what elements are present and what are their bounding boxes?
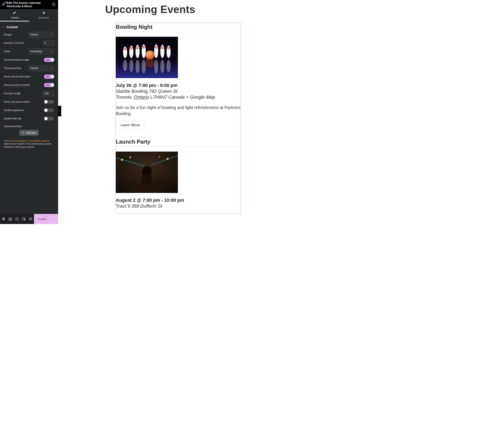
event-title[interactable]: Bowling Night [116,23,241,32]
hamburger-menu-button[interactable] [2,2,6,7]
apps-grid-button[interactable] [51,2,56,7]
venue-name: Starlite Bowling [116,88,148,94]
event-venue: Starlite Bowling 782 Queen St [116,88,241,94]
design-select[interactable]: Default [28,32,54,38]
filter-label: Enable filter bar [4,117,21,120]
publish-button[interactable]: Publish [34,214,58,224]
country: Canada [168,95,185,100]
event-card: Bowling Night [116,23,241,131]
documentation-link[interactable]: View documentation on available options [4,139,49,142]
number-events-label: Number of Events [4,41,24,45]
layers-button[interactable] [7,214,13,224]
postal: L7H9N7 [150,95,167,100]
controls-list: Design Default Number of Events Order As… [0,30,58,149]
number-events-input[interactable] [43,40,54,46]
sidebar-footer: Publish [0,214,58,224]
chevron-up-icon [52,217,54,221]
caret-down-icon [50,33,53,37]
pagination-toggle[interactable]: No [44,108,54,112]
city: Toronto [116,95,131,100]
tab-advanced[interactable]: Advanced [29,9,58,21]
section-content-header[interactable]: Content [0,22,58,30]
event-date: August 2 @ 7:00 pm - 10:00 pm [116,198,241,203]
order-select[interactable]: Ascending [28,48,54,54]
section-title: Content [7,25,18,29]
advanced-other-label: Advanced/Other [4,123,54,129]
filter-toggle[interactable]: No [44,117,54,121]
svg-rect-27 [142,48,145,48]
preview-button[interactable] [27,214,34,224]
svg-point-7 [54,4,54,5]
sidebar: Edit The Events Calendar Shortcode & Blo… [0,0,58,224]
caret-down-icon [4,25,6,29]
exlen-input[interactable] [43,90,54,96]
svg-point-11 [55,5,55,6]
order-label: Order [4,50,10,53]
settings-button[interactable] [0,214,7,224]
svg-rect-17 [124,48,126,48]
svg-point-56 [167,180,173,186]
event-date: July 26 @ 7:00 pm - 9:00 pm [116,83,241,88]
svg-point-39 [129,60,133,72]
svg-rect-29 [155,46,157,47]
learn-more-button[interactable]: Learn More [116,120,145,130]
event-title[interactable]: Launch Party [116,138,241,147]
selected-widget[interactable]: Bowling Night [116,23,241,214]
svg-rect-18 [124,49,126,50]
thumb-toggle[interactable]: Yes [44,58,54,62]
svg-point-53 [121,178,127,184]
svg-rect-36 [167,48,170,49]
venue-label: Show venue information [4,75,31,78]
svg-point-37 [145,50,154,59]
svg-point-4 [54,3,54,3]
svg-point-51 [167,158,169,160]
excerpt-toggle[interactable]: Yes [44,83,54,87]
svg-point-44 [167,60,171,72]
province: Ontario [134,95,149,100]
svg-point-5 [55,3,55,3]
design-value: Default [30,33,38,36]
svg-rect-32 [161,46,164,47]
event-excerpt: Join us for a fun night of bowling and l… [116,104,241,117]
svg-rect-35 [167,47,170,48]
history-button[interactable] [14,214,20,224]
svg-rect-26 [142,46,145,47]
divider [116,147,241,147]
exlen-label: Excerpt Length [4,92,21,95]
svg-rect-30 [155,48,157,48]
svg-rect-33 [161,48,164,49]
svg-rect-24 [136,48,139,49]
responsive-button[interactable] [20,214,27,224]
svg-point-8 [55,4,55,5]
google-map-link[interactable]: + Google Map [186,95,215,100]
documentation-help: where key="value" in the shortcode can b… [4,142,54,149]
svg-point-50 [129,157,131,158]
past-toggle[interactable]: No [44,100,54,104]
plus-icon [22,131,24,134]
event-venue: Tract 9 358 Dufferin St [116,203,241,209]
svg-point-55 [158,178,164,185]
thumbsize-select[interactable]: Default [28,65,54,71]
add-item-button[interactable]: Add Item [20,130,38,136]
tab-advanced-label: Advanced [38,16,49,19]
tab-content-label: Content [10,16,19,19]
svg-point-3 [52,3,53,3]
venue-toggle[interactable]: Yes [44,74,54,79]
thumbsize-label: Thumbnail Size [4,67,21,70]
tab-content[interactable]: Content [0,9,29,21]
svg-point-43 [160,60,164,73]
event-thumbnail[interactable] [116,37,178,78]
svg-point-41 [141,60,146,73]
past-label: Show only past events? [4,100,31,103]
sidebar-header: Edit The Events Calendar Shortcode & Blo… [0,0,58,9]
svg-point-6 [52,4,53,5]
unsaved-indicator-icon [5,1,7,3]
svg-point-45 [145,58,154,67]
order-value: Ascending [30,50,42,53]
event-thumbnail[interactable] [116,152,178,193]
caret-down-icon [50,67,53,70]
svg-point-9 [52,5,53,6]
collapse-sidebar-button[interactable] [58,106,61,116]
svg-point-10 [54,5,54,6]
caret-down-icon [50,50,53,53]
